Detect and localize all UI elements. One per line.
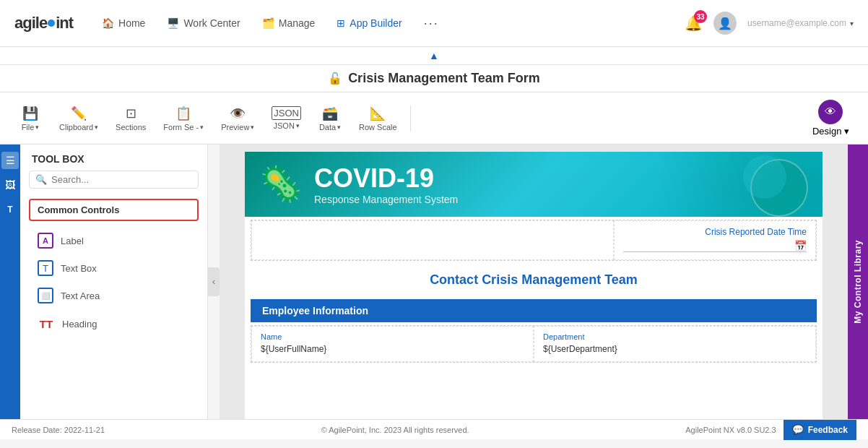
preview-icon: 👁️: [230, 105, 246, 121]
nav-links: 🏠 Home 🖥️ Work Center 🗂️ Manage ⊞ App Bu…: [102, 16, 685, 31]
department-label: Department: [543, 332, 807, 341]
file-button[interactable]: 💾 File ▾: [12, 103, 49, 134]
collapse-panel-arrow[interactable]: ▲: [0, 47, 868, 65]
feedback-button[interactable]: 💬 Feedback: [784, 420, 856, 440]
department-value: ${UserDepartment}: [543, 344, 807, 354]
preview-label: Preview: [221, 123, 249, 132]
clipboard-arrow: ▾: [95, 124, 98, 131]
logo[interactable]: agile int: [14, 14, 73, 33]
date-input-row[interactable]: 📅: [623, 240, 807, 252]
search-input[interactable]: [51, 174, 192, 185]
clipboard-button[interactable]: ✏️ Clipboard ▾: [52, 103, 105, 134]
tool-heading[interactable]: TT Heading: [20, 309, 207, 338]
file-arrow: ▾: [35, 124, 39, 131]
feedback-icon: 💬: [792, 424, 804, 435]
toolbar-divider: [410, 105, 411, 132]
contact-title: Contact Crisis Management Team: [245, 264, 823, 296]
nav-home[interactable]: 🏠 Home: [102, 17, 145, 29]
label-icon: A: [38, 233, 53, 249]
design-label: Design: [812, 126, 841, 137]
tool-textarea[interactable]: ⬜ Text Area: [20, 282, 207, 309]
appbuilder-icon: ⊞: [337, 17, 345, 29]
data-icon: 🗃️: [322, 105, 338, 121]
json-button[interactable]: JSON JSON ▾: [264, 103, 308, 133]
form-settings-button[interactable]: 📋 Form Se - ▾: [156, 103, 211, 134]
sections-label: Sections: [116, 123, 146, 132]
page-title-bar: 🔓 Crisis Management Team Form: [0, 65, 868, 92]
nav-right: 🔔 33 👤 username@example.com ▾: [685, 12, 854, 35]
nav-manage[interactable]: 🗂️ Manage: [262, 17, 316, 29]
right-panel[interactable]: My Control Library: [848, 145, 868, 419]
sidebar-list-icon[interactable]: ☰: [1, 152, 19, 169]
form-cell-department[interactable]: Department ${UserDepartment}: [534, 326, 816, 362]
form-row-crisis-date: Crisis Reported Date Time 📅: [251, 220, 817, 261]
sidebar-image-icon[interactable]: 🖼: [1, 176, 19, 194]
sections-icon: ⊡: [126, 105, 136, 121]
tool-label-text: Label: [61, 236, 84, 246]
design-icon: 👁: [818, 100, 843, 124]
virus-icon: 🦠: [259, 164, 303, 204]
covid-banner: 🦠 COVID-19 Response Management System: [245, 152, 823, 217]
canvas-wrapper[interactable]: 🦠 COVID-19 Response Management System Cr…: [220, 145, 848, 419]
panel-collapse-arrow[interactable]: ‹: [208, 267, 220, 296]
user-icon: 👤: [718, 17, 732, 30]
heading-icon: TT: [38, 315, 55, 332]
nav-work-center[interactable]: 🖥️ Work Center: [167, 17, 240, 29]
user-menu[interactable]: username@example.com ▾: [747, 18, 854, 28]
toolbox-search[interactable]: 🔍: [29, 171, 199, 189]
form-settings-label: Form Se -: [163, 123, 199, 132]
file-icon: 💾: [22, 105, 38, 121]
json-label: JSON: [273, 121, 294, 130]
notification-button[interactable]: 🔔 33: [685, 14, 703, 32]
toolbox-title: TOOL BOX: [20, 145, 207, 171]
avatar: 👤: [713, 12, 737, 35]
json-arrow: ▾: [296, 122, 300, 129]
preview-button[interactable]: 👁️ Preview ▾: [214, 103, 261, 134]
row-scale-button[interactable]: 📐 Row Scale: [352, 103, 404, 134]
form-cell-name[interactable]: Name ${UserFullName}: [251, 326, 534, 362]
tool-label[interactable]: A Label: [20, 227, 207, 254]
textarea-icon: ⬜: [38, 288, 53, 303]
nav-app-builder[interactable]: ⊞ App Builder: [337, 17, 402, 29]
notification-badge: 33: [694, 10, 707, 23]
chevron-up-icon: ▲: [429, 50, 439, 61]
status-bar: Release Date: 2022-11-21 © AgilePoint, I…: [0, 419, 868, 439]
row-scale-icon: 📐: [370, 105, 386, 121]
toolbox-panel: TOOL BOX 🔍 Common Controls A Label T Tex…: [20, 145, 208, 419]
page-title: Crisis Management Team Form: [348, 71, 540, 86]
sections-button[interactable]: ⊡ Sections: [108, 103, 153, 134]
form-row-name-dept: Name ${UserFullName} Department ${UserDe…: [251, 325, 817, 363]
tool-textbox[interactable]: T Text Box: [20, 254, 207, 282]
feedback-label: Feedback: [808, 425, 848, 435]
calendar-icon[interactable]: 📅: [794, 240, 807, 251]
manage-icon: 🗂️: [262, 17, 274, 29]
tool-textarea-text: Text Area: [61, 290, 100, 301]
toolbar: 💾 File ▾ ✏️ Clipboard ▾ ⊡ Sections 📋 For…: [0, 92, 868, 145]
chevron-down-icon: ▾: [850, 20, 854, 27]
data-button[interactable]: 🗃️ Data ▾: [311, 103, 349, 134]
home-icon: 🏠: [102, 17, 114, 29]
preview-arrow: ▾: [251, 124, 254, 131]
name-value: ${UserFullName}: [261, 344, 524, 354]
form-cell-crisis-date[interactable]: Crisis Reported Date Time 📅: [614, 220, 816, 260]
form-cell-empty[interactable]: [251, 220, 614, 260]
tool-textbox-text: Text Box: [61, 263, 97, 274]
file-label: File: [22, 123, 35, 132]
release-date: Release Date: 2022-11-21: [12, 426, 105, 434]
common-controls-header[interactable]: Common Controls: [29, 199, 199, 221]
design-arrow: ▾: [844, 126, 849, 137]
lock-icon: 🔓: [328, 72, 342, 85]
clipboard-icon: ✏️: [71, 105, 87, 121]
version: AgilePoint NX v8.0 SU2.3: [685, 426, 776, 434]
data-arrow: ▾: [337, 124, 341, 131]
canvas: 🦠 COVID-19 Response Management System Cr…: [245, 152, 823, 419]
copyright: © AgilePoint, Inc. 2023 All rights reser…: [321, 426, 469, 434]
crisis-date-input[interactable]: [623, 241, 794, 251]
sidebar-text-icon[interactable]: T: [1, 201, 19, 218]
covid-circle-decoration-2: [743, 155, 786, 199]
tool-heading-text: Heading: [62, 319, 97, 329]
top-nav: agile int 🏠 Home 🖥️ Work Center 🗂️ Manag…: [0, 0, 868, 47]
design-button[interactable]: 👁 Design ▾: [805, 97, 856, 139]
nav-more[interactable]: ···: [424, 16, 439, 31]
form-settings-icon: 📋: [175, 105, 191, 121]
